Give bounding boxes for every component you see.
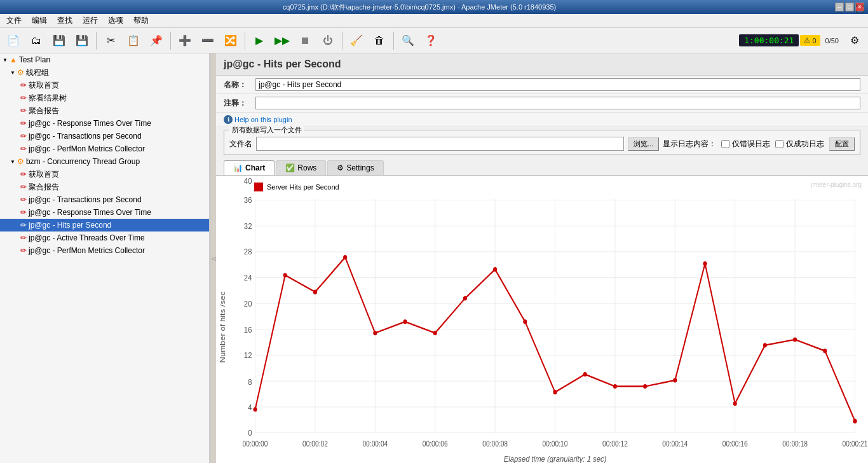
svg-point-56 bbox=[523, 319, 527, 324]
expand-button[interactable]: ➕ bbox=[174, 30, 196, 52]
legend-label: Server Hits per Second bbox=[267, 183, 339, 191]
rows-tab-icon: ✅ bbox=[285, 163, 295, 172]
error-badge: 0/50 bbox=[822, 36, 843, 46]
file-input[interactable] bbox=[256, 137, 624, 151]
svg-point-66 bbox=[823, 349, 827, 353]
save-button[interactable]: 💾 bbox=[48, 30, 70, 52]
sidebar-item-fetch-home2[interactable]: ✏ 获取首页 bbox=[0, 168, 209, 181]
svg-point-57 bbox=[553, 390, 557, 394]
svg-point-55 bbox=[493, 267, 497, 272]
save-as-button[interactable]: 💾 bbox=[71, 30, 93, 52]
sidebar-item-perfmon[interactable]: ✏ jp@gc - PerfMon Metrics Collector bbox=[0, 142, 209, 155]
copy-button[interactable]: 📋 bbox=[123, 30, 144, 52]
sidebar-item-active-threads[interactable]: ✏ jp@gc - Active Threads Over Time bbox=[0, 232, 209, 244]
settings-button[interactable]: ⚙ bbox=[844, 30, 865, 52]
log-content-label: 显示日志内容： bbox=[663, 139, 716, 149]
sidebar-item-label: Test Plan bbox=[19, 55, 50, 64]
config-button[interactable]: 配置 bbox=[829, 137, 855, 151]
chart-legend: Server Hits per Second bbox=[254, 183, 339, 191]
svg-text:00:00:16: 00:00:16 bbox=[722, 439, 748, 448]
test-plan-icon: ▲ bbox=[10, 55, 17, 64]
sidebar-item-test-plan[interactable]: ▼ ▲ Test Plan bbox=[0, 53, 209, 66]
sidebar-item-transactions-per-sec[interactable]: ✏ jp@gc - Transactions per Second bbox=[0, 130, 209, 142]
sidebar-item-label: 聚合报告 bbox=[29, 182, 59, 193]
t2-icon: ✏ bbox=[20, 195, 27, 204]
svg-text:Elapsed time (granularity: 1 s: Elapsed time (granularity: 1 sec) bbox=[504, 454, 607, 463]
sidebar-item-result-tree[interactable]: ✏ 察看结果树 bbox=[0, 92, 209, 104]
menu-bar: 文件 编辑 查找 运行 选项 帮助 bbox=[0, 14, 868, 28]
sidebar-item-response-times2[interactable]: ✏ jp@gc - Response Times Over Time bbox=[0, 206, 209, 219]
success-log-checkbox[interactable] bbox=[775, 140, 783, 148]
warning-icon: ⚠ bbox=[804, 36, 810, 45]
help-button[interactable]: ❓ bbox=[420, 30, 442, 52]
sidebar-item-fetch-home[interactable]: ✏ 获取首页 bbox=[0, 79, 209, 92]
stop-button[interactable]: ⏹ bbox=[294, 30, 316, 52]
sidebar-item-response-times[interactable]: ✏ jp@gc - Response Times Over Time bbox=[0, 117, 209, 130]
menu-help[interactable]: 帮助 bbox=[130, 14, 153, 27]
menu-options[interactable]: 选项 bbox=[104, 14, 127, 27]
tab-settings[interactable]: ⚙ Settings bbox=[327, 160, 383, 175]
panel-title: jp@gc - Hits per Second bbox=[224, 59, 341, 69]
menu-edit[interactable]: 编辑 bbox=[28, 14, 51, 27]
sidebar-item-transactions2[interactable]: ✏ jp@gc - Transactions per Second bbox=[0, 193, 209, 206]
sidebar-collapse-handle[interactable]: ◁ bbox=[210, 53, 216, 463]
file-section-title: 所有数据写入一个文件 bbox=[229, 125, 304, 135]
svg-point-62 bbox=[703, 261, 707, 266]
sidebar-item-agg-report2[interactable]: ✏ 聚合报告 bbox=[0, 181, 209, 193]
sidebar-item-thread-group[interactable]: ▼ ⚙ 线程组 bbox=[0, 66, 209, 79]
main-layout: ▼ ▲ Test Plan ▼ ⚙ 线程组 ✏ 获取首页 ✏ 察看结果树 ✏ 聚… bbox=[0, 53, 868, 463]
browse-button[interactable]: 浏览... bbox=[628, 137, 659, 151]
new-button[interactable]: 📄 bbox=[3, 30, 24, 52]
success-log-group: 仅成功日志 bbox=[775, 139, 824, 149]
sidebar-item-label: 线程组 bbox=[26, 67, 49, 78]
expand-icon: ▼ bbox=[10, 159, 15, 165]
sep2 bbox=[170, 32, 171, 50]
sidebar-item-perfmon2[interactable]: ✏ jp@gc - PerfMon Metrics Collector bbox=[0, 244, 209, 257]
menu-file[interactable]: 文件 bbox=[3, 14, 25, 27]
maximize-button[interactable]: □ bbox=[845, 3, 854, 11]
open-button[interactable]: 🗂 bbox=[25, 30, 47, 52]
sidebar-item-label: jp@gc - Active Threads Over Time bbox=[29, 233, 145, 242]
sidebar-item-hits-per-sec[interactable]: ✏ jp@gc - Hits per Second bbox=[0, 219, 209, 232]
success-log-label: 仅成功日志 bbox=[786, 139, 824, 149]
rows-tab-label: Rows bbox=[297, 163, 316, 172]
timer-display: 1:00:00:21 bbox=[739, 34, 799, 46]
sidebar-item-aggregate-report[interactable]: ✏ 聚合报告 bbox=[0, 104, 209, 117]
start-no-pause-button[interactable]: ▶▶ bbox=[271, 30, 293, 52]
comment-row: 注释： bbox=[216, 94, 868, 113]
svg-text:00:00:14: 00:00:14 bbox=[662, 439, 688, 448]
comment-input[interactable] bbox=[255, 97, 860, 109]
sidebar-item-bzm[interactable]: ▼ ⚙ bzm - Concurrency Thread Group bbox=[0, 155, 209, 168]
svg-point-48 bbox=[283, 273, 287, 277]
menu-find[interactable]: 查找 bbox=[53, 14, 76, 27]
paste-button[interactable]: 📌 bbox=[146, 30, 167, 52]
svg-point-53 bbox=[433, 331, 437, 335]
fh2-icon: ✏ bbox=[20, 170, 27, 179]
menu-run[interactable]: 运行 bbox=[79, 14, 102, 27]
clear-button[interactable]: 🧹 bbox=[346, 30, 367, 52]
chart-watermark: jmeter-plugins.org bbox=[811, 181, 862, 188]
sep3 bbox=[245, 32, 245, 50]
shutdown-button[interactable]: ⏻ bbox=[317, 30, 339, 52]
tabs-bar: 📊 Chart ✅ Rows ⚙ Settings bbox=[216, 158, 868, 176]
search-button[interactable]: 🔍 bbox=[397, 30, 419, 52]
collapse-button[interactable]: ➖ bbox=[197, 30, 219, 52]
pm-icon: ✏ bbox=[20, 144, 27, 153]
sep1 bbox=[96, 32, 97, 50]
svg-text:00:00:02: 00:00:02 bbox=[302, 439, 328, 448]
fetch-icon: ✏ bbox=[20, 81, 27, 90]
clear-all-button[interactable]: 🗑 bbox=[369, 30, 390, 52]
legend-color-box bbox=[254, 183, 263, 191]
help-link[interactable]: Help on this plugin bbox=[234, 116, 292, 123]
toggle-button[interactable]: 🔀 bbox=[220, 30, 241, 52]
tab-chart[interactable]: 📊 Chart bbox=[224, 160, 275, 175]
file-label: 文件名 bbox=[229, 139, 252, 149]
cut-button[interactable]: ✂ bbox=[100, 30, 121, 52]
error-log-checkbox[interactable] bbox=[721, 140, 729, 148]
sidebar-item-label: jp@gc - Response Times Over Time bbox=[29, 119, 151, 128]
tab-rows[interactable]: ✅ Rows bbox=[276, 160, 326, 175]
name-input[interactable] bbox=[255, 78, 860, 91]
at-icon: ✏ bbox=[20, 233, 27, 242]
minimize-button[interactable]: ─ bbox=[835, 3, 844, 11]
start-button[interactable]: ▶ bbox=[248, 30, 270, 52]
